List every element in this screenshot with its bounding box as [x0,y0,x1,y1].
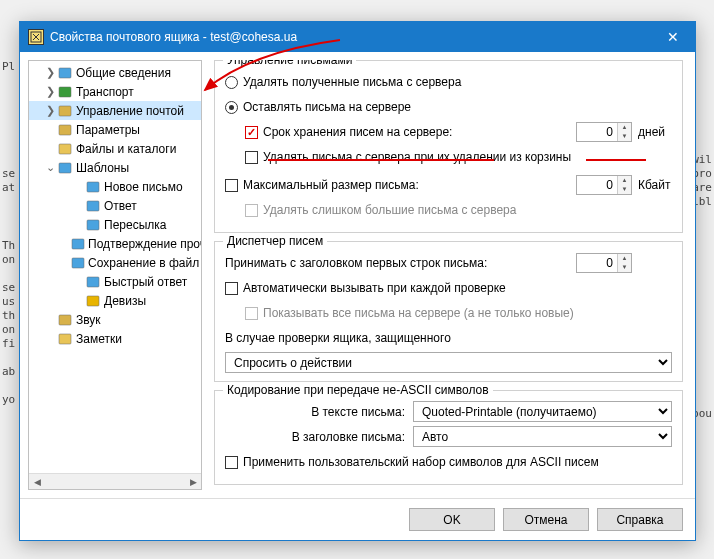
spin-down-icon[interactable]: ▼ [618,132,631,141]
svg-rect-9 [87,220,99,230]
spin-up-icon[interactable]: ▲ [618,123,631,132]
checkbox[interactable] [225,456,238,469]
checkbox[interactable] [225,282,238,295]
max-size-spinner[interactable]: ▲▼ [576,175,632,195]
checkbox [245,307,258,320]
row-delete-big: Удалять слишком большие письма с сервера [225,199,672,221]
tree-item-3[interactable]: Параметры [29,120,201,139]
header-encoding-select[interactable]: Авто [413,426,672,447]
tree-item-label: Сохранение в файл [88,256,199,270]
radio-delete-from-server[interactable]: Удалять полученные письма с сервера [225,71,672,93]
globe-icon [57,84,73,100]
twisty-icon[interactable]: ⌄ [43,161,57,174]
max-size-input[interactable] [577,178,617,192]
svg-rect-8 [87,201,99,211]
spin-up-icon[interactable]: ▲ [618,176,631,185]
tree-scrollbar[interactable]: ◀ ▶ [29,473,201,489]
dialog-window: Свойства почтового ящика - test@cohesa.u… [19,21,696,541]
card-icon [57,65,73,81]
scroll-track[interactable] [45,474,185,489]
titlebar[interactable]: Свойства почтового ящика - test@cohesa.u… [20,22,695,52]
tree-item-12[interactable]: Девизы [29,291,201,310]
tree-item-14[interactable]: Заметки [29,329,201,348]
svg-rect-7 [87,182,99,192]
page-icon [57,103,73,119]
protected-select[interactable]: Спросить о действии [225,352,672,373]
row-header-encoding: В заголовке письма: Авто [225,426,672,447]
tree-item-6[interactable]: Новое письмо [29,177,201,196]
tree-item-7[interactable]: Ответ [29,196,201,215]
tree-item-label: Пересылка [104,218,166,232]
page-icon [57,122,73,138]
radio-leave-on-server[interactable]: Оставлять письма на сервере [225,96,672,118]
bg-text: fi [2,337,15,351]
scroll-right-icon[interactable]: ▶ [185,474,201,490]
spin-up-icon[interactable]: ▲ [618,254,631,263]
svg-rect-1 [59,68,71,78]
twisty-icon[interactable]: ❯ [43,85,57,98]
app-icon [28,29,44,45]
svg-rect-14 [59,315,71,325]
cancel-button[interactable]: Отмена [503,508,589,531]
twisty-icon[interactable]: ❯ [43,66,57,79]
spin-down-icon[interactable]: ▼ [618,263,631,272]
annotation-underline [586,159,646,161]
tree-item-13[interactable]: Звук [29,310,201,329]
retention-input[interactable] [577,125,617,139]
tree-item-label: Новое письмо [104,180,183,194]
svg-rect-4 [59,125,71,135]
tree-item-label: Файлы и каталоги [76,142,176,156]
row-retention: Срок хранения писем на сервере: ▲▼ дней [225,121,672,143]
radio-label: Оставлять письма на сервере [243,100,411,114]
row-max-size[interactable]: Максимальный размер письма: ▲▼ Кбайт [225,174,672,196]
checkbox-retention[interactable] [245,126,258,139]
checkbox[interactable] [245,151,258,164]
svg-rect-6 [59,163,71,173]
checkbox[interactable] [225,179,238,192]
mail-quick-icon [85,274,101,290]
scroll-left-icon[interactable]: ◀ [29,474,45,490]
tree-item-label: Управление почтой [76,104,184,118]
retention-spinner[interactable]: ▲▼ [576,122,632,142]
bg-text: Pl [2,60,15,74]
twisty-icon[interactable]: ❯ [43,104,57,117]
tree-item-8[interactable]: Пересылка [29,215,201,234]
annotation-underline [268,159,494,161]
body-encoding-select[interactable]: Quoted-Printable (получитаемо) [413,401,672,422]
bg-text: us [2,295,15,309]
row-protected-label: В случае проверки ящика, защищенного [225,327,672,349]
tree-item-11[interactable]: Быстрый ответ [29,272,201,291]
help-button[interactable]: Справка [597,508,683,531]
tree-item-5[interactable]: ⌄Шаблоны [29,158,201,177]
unit-label: дней [638,125,672,139]
svg-rect-15 [59,334,71,344]
svg-rect-2 [59,87,71,97]
tree-item-9[interactable]: Подтверждение проч [29,234,201,253]
close-button[interactable]: ✕ [650,22,695,52]
tree-item-label: Параметры [76,123,140,137]
bg-text: on [2,253,15,267]
label: В заголовке письма: [225,430,405,444]
ok-button[interactable]: OK [409,508,495,531]
tree-item-2[interactable]: ❯Управление почтой [29,101,201,120]
spin-down-icon[interactable]: ▼ [618,185,631,194]
window-title: Свойства почтового ящика - test@cohesa.u… [50,30,650,44]
radio-icon [225,101,238,114]
unit-label: Кбайт [638,178,672,192]
header-lines-spinner[interactable]: ▲▼ [576,253,632,273]
tree-item-0[interactable]: ❯Общие сведения [29,63,201,82]
tree-item-10[interactable]: Сохранение в файл [29,253,201,272]
row-auto-call[interactable]: Автоматически вызывать при каждой провер… [225,277,672,299]
bg-text: se [2,281,15,295]
tree-item-4[interactable]: Файлы и каталоги [29,139,201,158]
tree-item-label: Звук [76,313,101,327]
tree-item-1[interactable]: ❯Транспорт [29,82,201,101]
nav-tree[interactable]: ❯Общие сведения❯Транспорт❯Управление поч… [28,60,202,490]
row-delete-on-trash[interactable]: Удалять письма с сервера при их удалении… [225,146,672,168]
group-encoding: Кодирование при передаче не-ASCII символ… [214,390,683,485]
row-custom-charset[interactable]: Применить пользовательский набор символо… [225,451,672,473]
label: В случае проверки ящика, защищенного [225,331,451,345]
group-dispatcher: Диспетчер писем Принимать с заголовком п… [214,241,683,382]
header-lines-input[interactable] [577,256,617,270]
tree-item-label: Общие сведения [76,66,171,80]
